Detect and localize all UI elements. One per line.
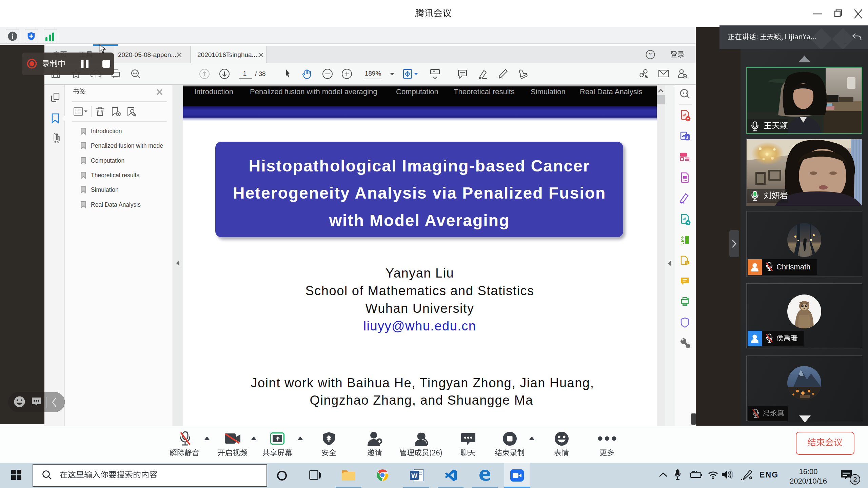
svg-text:W: W [411,472,417,479]
svg-text:?: ? [649,52,652,57]
